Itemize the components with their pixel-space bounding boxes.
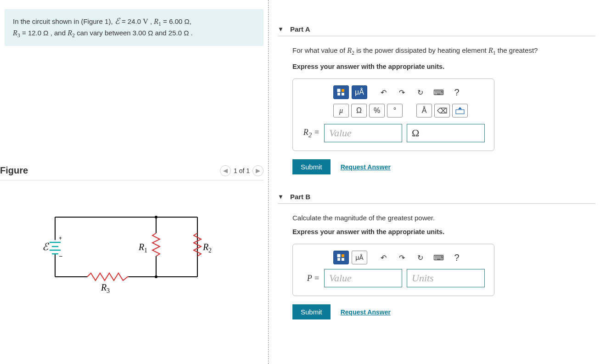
templates-button[interactable] [333,85,349,99]
part-a-header[interactable]: ▼ Part A [278,25,595,36]
part-b: ▼ Part B Calculate the magnitude of the … [278,193,595,319]
submit-button[interactable]: Submit [292,159,331,174]
svg-rect-27 [337,93,340,95]
keyboard2-button[interactable] [452,104,468,118]
part-a: ▼ Part A For what value of R2 is the pow… [278,25,595,174]
units-field[interactable]: Ω [407,124,485,142]
value-input[interactable] [324,269,402,287]
degree-button[interactable]: ° [387,104,403,118]
svg-marker-30 [458,107,462,109]
reset-button[interactable]: ↻ [412,85,428,99]
svg-text:ℰ: ℰ [42,241,50,252]
keyboard-button[interactable]: ⌨ [431,251,446,264]
r1-symbol: R1 [154,17,161,25]
svg-rect-31 [337,254,340,257]
figure-pager: ◀ 1 of 1 ▶ [220,165,264,176]
units-input[interactable] [407,269,485,287]
undo-button[interactable]: ↶ [376,85,391,99]
problem-statement: In the circuit shown in (Figure 1), ℰ = … [5,9,264,46]
part-b-instruction: Express your answer with the appropriate… [292,228,595,235]
part-b-question: Calculate the magnitude of the greatest … [292,214,595,222]
svg-point-24 [155,275,157,278]
part-b-header[interactable]: ▼ Part B [278,193,595,204]
circuit-diagram: ℰ + − R 1 R 2 R [37,208,264,301]
submit-button[interactable]: Submit [292,304,331,319]
emf-symbol: ℰ [115,17,120,26]
percent-button[interactable]: % [369,104,385,118]
r3-symbol: R3 [13,29,20,37]
answer-label-r2: R2 = [301,128,320,139]
svg-text:1: 1 [144,247,147,254]
svg-text:R: R [138,242,144,252]
svg-rect-25 [337,89,340,92]
mu-button[interactable]: μ [333,104,349,118]
svg-point-23 [155,216,157,218]
part-a-instruction: Express your answer with the appropriate… [292,63,595,70]
units-button[interactable]: μÅ [352,251,367,264]
keyboard-button[interactable]: ⌨ [431,85,446,99]
problem-text: In the circuit shown in (Figure 1), [13,17,115,25]
svg-rect-26 [342,89,344,92]
svg-rect-28 [342,93,344,95]
templates-button[interactable] [333,251,349,264]
omega-button[interactable]: Ω [351,104,367,118]
redo-button[interactable]: ↷ [394,85,409,99]
reset-button[interactable]: ↻ [412,251,428,264]
svg-rect-32 [342,254,344,257]
svg-text:R: R [202,242,208,252]
part-b-title: Part B [290,193,310,201]
part-a-answer-box: μÅ ↶ ↷ ↻ ⌨ ? μ Ω % ° Å [292,78,494,151]
part-a-question: For what value of R2 is the power dissip… [292,46,595,56]
help-button[interactable]: ? [449,251,465,264]
help-button[interactable]: ? [449,85,465,99]
units-button[interactable]: μÅ [352,85,367,99]
r2-symbol: R2 [67,29,75,37]
backspace-button[interactable]: ⌫ [434,104,450,118]
figure-next-button[interactable]: ▶ [252,165,264,176]
figure-prev-button[interactable]: ◀ [220,165,231,176]
svg-text:2: 2 [208,247,211,254]
value-input[interactable] [324,124,402,142]
svg-text:R: R [101,282,107,292]
figure-pager-text: 1 of 1 [234,167,250,174]
svg-text:−: − [59,252,62,260]
answer-label-p: P = [301,274,320,283]
svg-rect-29 [456,110,464,114]
svg-text:3: 3 [107,287,110,294]
svg-text:+: + [59,235,62,241]
request-answer-link[interactable]: Request Answer [341,308,391,316]
svg-rect-34 [342,258,344,261]
redo-button[interactable]: ↷ [394,251,409,264]
request-answer-link[interactable]: Request Answer [341,163,391,171]
figure-title: Figure [0,165,28,176]
undo-button[interactable]: ↶ [376,251,391,264]
part-a-title: Part A [290,25,310,33]
caret-down-icon: ▼ [278,193,284,200]
svg-rect-33 [337,258,340,261]
caret-down-icon: ▼ [278,26,284,33]
angstrom-button[interactable]: Å [416,104,432,118]
part-b-answer-box: μÅ ↶ ↷ ↻ ⌨ ? P = [292,244,494,296]
